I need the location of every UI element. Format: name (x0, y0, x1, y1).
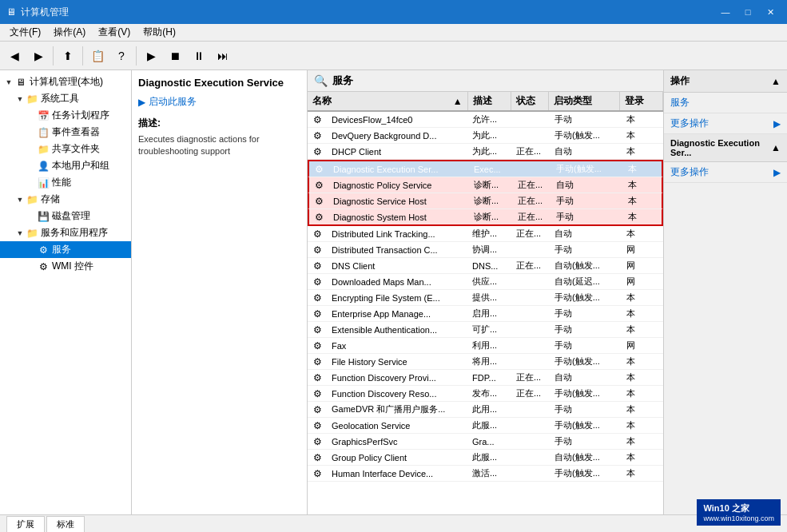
service-startup: 手动 (550, 112, 622, 127)
col-header-startup[interactable]: 启动类型 (549, 92, 620, 110)
menu-file[interactable]: 文件(F) (3, 24, 47, 41)
table-row[interactable]: ⚙Fax利用...手动网 (308, 338, 663, 354)
table-row[interactable]: ⚙Diagnostic Service Host诊断...正在...手动本 (308, 193, 663, 209)
services-more-actions[interactable]: 服务 (664, 93, 787, 113)
service-icon: ⚙ (311, 419, 324, 432)
tree-item-event-viewer[interactable]: 📋事件查看器 (0, 124, 131, 141)
table-row[interactable]: ⚙File History Service将用...手动(触发...本 (308, 354, 663, 370)
expand-icon-disk-mgmt (26, 211, 37, 222)
tab-standard[interactable]: 标准 (46, 516, 85, 532)
table-row[interactable]: ⚙DHCP Client为此...正在...自动本 (308, 144, 663, 160)
menu-action[interactable]: 操作(A) (47, 24, 92, 41)
item-label-local-users: 本地用户和组 (52, 159, 109, 173)
service-name: Extensible Authentication... (327, 324, 467, 336)
tree-item-task-scheduler[interactable]: 📅任务计划程序 (0, 107, 131, 124)
service-login: 本 (623, 177, 655, 193)
table-header: 名称▲ 描述 状态 启动类型 登录 (308, 92, 663, 112)
table-row[interactable]: ⚙Geolocation Service此服...手动(触发...本 (308, 418, 663, 434)
table-row[interactable]: ⚙DevQuery Background D...为此...手动(触发...本 (308, 128, 663, 144)
service-desc: 维护... (467, 226, 511, 241)
tree-item-services-apps[interactable]: ▼📁服务和应用程序 (0, 224, 131, 241)
table-row[interactable]: ⚙Human Interface Device...激活...手动(触发...本 (308, 466, 663, 482)
table-row[interactable]: ⚙Enterprise App Manage...启用...手动本 (308, 306, 663, 322)
service-name-cell: ⚙DevQuery Background D... (308, 129, 467, 142)
service-icon: ⚙ (312, 211, 325, 224)
table-row[interactable]: ⚙DevicesFlow_14fce0允许...手动本 (308, 112, 663, 128)
table-row[interactable]: ⚙Distributed Transaction C...协调...手动网 (308, 242, 663, 258)
table-row[interactable]: ⚙Diagnostic Execution Ser...Exec...手动(触发… (308, 160, 663, 177)
menu-view[interactable]: 查看(V) (92, 24, 137, 41)
tree-item-local[interactable]: ▼🖥计算机管理(本地) (0, 73, 131, 90)
up-button[interactable]: ⬆ (57, 45, 79, 67)
help-button[interactable]: ? (110, 45, 133, 67)
start-service-action[interactable]: ▶ 启动此服务 (138, 95, 300, 109)
col-header-name[interactable]: 名称▲ (308, 92, 468, 110)
service-name-cell: ⚙File History Service (308, 355, 467, 368)
pause-button[interactable]: ⏸ (188, 45, 210, 67)
menu-help[interactable]: 帮助(H) (137, 24, 182, 41)
table-row[interactable]: ⚙Function Discovery Provi...FDP...正在...自… (308, 370, 663, 386)
service-login: 本 (622, 290, 654, 305)
maximize-button[interactable]: □ (737, 4, 758, 20)
service-desc: 诊断... (469, 209, 513, 224)
play-button[interactable]: ▶ (140, 45, 162, 67)
forward-button[interactable]: ▶ (27, 45, 50, 67)
table-row[interactable]: ⚙GameDVR 和广播用户服务...此用...手动本 (308, 402, 663, 418)
service-status (511, 424, 550, 427)
tree-item-performance[interactable]: 📊性能 (0, 174, 131, 191)
table-row[interactable]: ⚙Diagnostic System Host诊断...正在...手动本 (308, 209, 663, 226)
service-icon: ⚙ (311, 129, 324, 142)
service-desc: 启用... (467, 306, 511, 321)
title-bar-controls: — □ ✕ (715, 4, 781, 20)
restart-button[interactable]: ⏭ (212, 45, 234, 67)
service-desc: 激活... (467, 466, 511, 481)
service-startup: 手动 (550, 242, 622, 257)
table-row[interactable]: ⚙Function Discovery Reso...发布...正在...手动(… (308, 386, 663, 402)
tree-item-system-tools[interactable]: ▼📁系统工具 (0, 90, 131, 107)
service-startup: 手动(触发... (550, 418, 622, 433)
col-header-login[interactable]: 登录 (620, 92, 663, 110)
table-row[interactable]: ⚙Distributed Link Tracking...维护...正在...自… (308, 226, 663, 242)
item-icon-event-viewer: 📋 (37, 126, 50, 139)
title-bar-icon: 🖥 (6, 6, 16, 18)
service-status (511, 248, 550, 252)
table-row[interactable]: ⚙Downloaded Maps Man...供应...自动(延迟...网 (308, 274, 663, 290)
table-row[interactable]: ⚙DNS ClientDNS...正在...自动(触发...网 (308, 258, 663, 274)
minimize-button[interactable]: — (715, 4, 736, 20)
tab-extended[interactable]: 扩展 (6, 516, 45, 532)
col-header-status[interactable]: 状态 (511, 92, 549, 110)
tree-item-storage[interactable]: ▼📁存储 (0, 191, 131, 208)
tree-item-wmi[interactable]: ⚙WMI 控件 (0, 258, 131, 275)
service-detail-header: Diagnostic Execution Ser... ▲ (664, 134, 787, 162)
description-label: 描述: (138, 117, 300, 130)
table-row[interactable]: ⚙Diagnostic Policy Service诊断...正在...自动本 (308, 177, 663, 193)
table-row[interactable]: ⚙GraphicsPerfSvcGra...手动本 (308, 434, 663, 450)
stop-button[interactable]: ⏹ (164, 45, 186, 67)
table-row[interactable]: ⚙Group Policy Client此服...自动(触发...本 (308, 450, 663, 466)
tree-item-local-users[interactable]: 👤本地用户和组 (0, 157, 131, 174)
expand-icon-shared-folders (26, 144, 37, 155)
services-table[interactable]: 名称▲ 描述 状态 启动类型 登录 ⚙DevicesFlow_14fce0允许.… (308, 92, 663, 514)
service-desc: 利用... (467, 338, 511, 353)
service-icon: ⚙ (311, 113, 324, 126)
table-row[interactable]: ⚙Extensible Authentication...可扩...手动本 (308, 322, 663, 338)
table-row[interactable]: ⚙Encrypting File System (E...提供...手动(触发.… (308, 290, 663, 306)
service-startup: 自动 (550, 226, 622, 241)
service-name-cell: ⚙Enterprise App Manage... (308, 308, 467, 320)
tree-item-shared-folders[interactable]: 📁共享文件夹 (0, 141, 131, 157)
tree-item-disk-mgmt[interactable]: 💾磁盘管理 (0, 208, 131, 224)
service-more-actions-btn[interactable]: 更多操作▶ (664, 162, 787, 183)
service-startup: 手动 (550, 402, 622, 417)
show-hide-button[interactable]: 📋 (86, 45, 109, 67)
service-icon: ⚙ (312, 195, 325, 208)
service-status (511, 456, 550, 459)
back-button[interactable]: ◀ (3, 45, 26, 67)
tree-item-services[interactable]: ⚙服务 (0, 241, 131, 258)
service-login: 网 (622, 258, 654, 273)
item-label-system-tools: 系统工具 (41, 92, 79, 105)
close-button[interactable]: ✕ (760, 4, 781, 20)
service-detail-title: Diagnostic Execution Ser... (670, 138, 771, 157)
service-login: 网 (622, 338, 654, 353)
col-header-desc[interactable]: 描述 (468, 92, 511, 110)
services-more-actions-btn[interactable]: 更多操作▶ (664, 113, 787, 134)
